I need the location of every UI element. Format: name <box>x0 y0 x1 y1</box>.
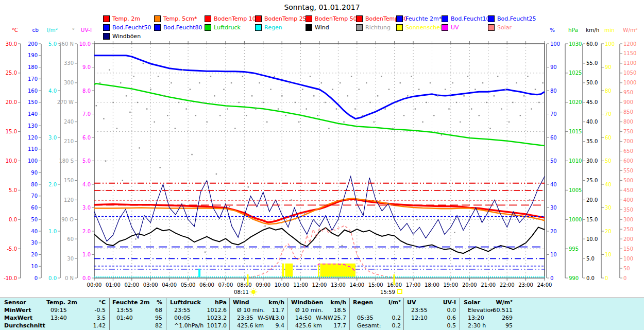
axis-tick-label: 3.0 <box>82 205 91 211</box>
axis-tick-label: 1.0 <box>82 252 91 257</box>
axis-tick-label: 120 <box>64 197 74 203</box>
x-axis-label: 13:00 <box>331 282 346 288</box>
richtung-dot <box>374 121 375 123</box>
table-value-time: 09:15 <box>50 307 67 314</box>
richtung-dot <box>379 193 380 194</box>
series-wind <box>94 227 545 253</box>
axis-tick-label: 50 <box>623 266 630 271</box>
table-group-unit: % <box>157 299 162 306</box>
richtung-dot <box>463 95 464 96</box>
richtung-dot <box>266 121 267 123</box>
table-value-number: 95 <box>155 315 162 321</box>
richtung-dot <box>116 128 117 129</box>
table-value-time: 23:55 <box>174 307 191 314</box>
series-sonnenschein-bar <box>318 264 319 277</box>
axis-tick-label: 210 <box>64 138 74 144</box>
richtung-dot <box>238 102 239 103</box>
table-group-name: Feuchte 2m <box>112 299 149 306</box>
axis-tick-label: 5.0 <box>9 187 17 193</box>
richtung-dot <box>400 82 401 83</box>
axis-tick-label: 8.0 <box>82 88 91 94</box>
richtung-dot <box>369 102 370 103</box>
table-value-time: Ø 10 min. <box>295 307 323 314</box>
table-value-time: Ø 10 min. <box>237 307 265 314</box>
axis-tick-label: 60 <box>67 236 74 242</box>
richtung-dot <box>310 76 311 77</box>
axis-tick-label: 1100 <box>623 60 636 66</box>
richtung-dot <box>122 180 123 181</box>
richtung-dot <box>396 102 397 103</box>
axis-unit-label: °C <box>11 27 18 33</box>
axis-tick-label: 1.0 <box>48 229 57 234</box>
richtung-dot <box>509 121 510 123</box>
richtung-dot <box>298 121 299 123</box>
richtung-dot <box>96 105 97 106</box>
richtung-dot <box>304 213 305 214</box>
richtung-dot <box>109 70 110 71</box>
table-group-unit: km/h <box>330 299 346 306</box>
richtung-dot <box>263 102 264 103</box>
axis-tick-label: 30 <box>31 240 38 246</box>
axis-tick-label: 170 <box>28 76 38 82</box>
axis-tick-label: 0 N <box>65 275 74 281</box>
richtung-dot <box>178 102 179 103</box>
richtung-dot <box>531 108 532 109</box>
table-row-label: MinWert <box>4 307 31 314</box>
axis-tick-label: 360 N <box>58 41 74 47</box>
richtung-dot <box>175 128 176 129</box>
axis-tick-label: 60 <box>550 135 557 141</box>
axis-tick-label: 55.0 <box>586 60 598 66</box>
x-axis-label: 21:00 <box>481 282 496 288</box>
axis-unit-label: % <box>550 27 555 33</box>
richtung-dot <box>520 115 521 116</box>
richtung-dot <box>291 199 292 200</box>
table-value-time: 2:30 h <box>468 322 486 329</box>
axis-tick-label: 9.0 <box>82 64 91 70</box>
richtung-dot <box>332 89 333 90</box>
sunrise-label: 08:11 <box>234 289 249 295</box>
richtung-dot <box>416 219 417 220</box>
richtung-dot <box>251 95 252 96</box>
axis-tick-label: 900 <box>623 99 633 105</box>
richtung-dot <box>454 232 455 233</box>
axis-tick-label: 70 <box>31 193 38 199</box>
axis-tick-label: 5.0 <box>82 158 91 164</box>
x-axis-label: 01:00 <box>106 282 121 288</box>
table-row-label: MaxWert <box>4 315 32 321</box>
table-value-number: 269 <box>502 315 513 321</box>
axis-tick-label: 90 O <box>61 217 74 222</box>
richtung-dot <box>433 115 434 116</box>
axis-tick-label: 330 <box>64 60 74 66</box>
axis-unit-label: l/m² <box>47 27 58 33</box>
axis-tick-label: 1010 <box>569 158 582 164</box>
richtung-dot <box>340 82 341 83</box>
table-value-number: -60.511 <box>491 307 513 314</box>
richtung-dot <box>210 76 211 77</box>
richtung-dot <box>163 95 164 96</box>
axis-tick-label: 45.0 <box>586 99 598 105</box>
axis-tick-label: 20 <box>550 229 557 234</box>
axis-tick-label: 10 <box>605 252 612 257</box>
table-value-time: 14:50 <box>295 315 312 321</box>
richtung-dot <box>146 108 147 109</box>
axis-tick-label: 0 <box>35 275 38 281</box>
axis-tick-label: 1000 <box>569 217 582 222</box>
table-value-number: 9.4 <box>276 322 285 329</box>
table-value-time: 00:05 <box>174 315 191 321</box>
axis-tick-label: 40.0 <box>586 119 598 125</box>
axis-tick-label: 15.0 <box>586 217 598 222</box>
axis-tick-label: 400 <box>623 197 633 203</box>
axis-tick-label: 4.0 <box>48 88 57 94</box>
axis-tick-label: 60 <box>31 205 38 211</box>
table-group-unit: UV-I <box>443 299 456 306</box>
richtung-dot <box>452 82 453 83</box>
axis-tick-label: 90 <box>550 64 557 70</box>
richtung-dot <box>234 128 235 129</box>
richtung-dot <box>139 147 140 148</box>
weather-day-chart: Sonntag, 01.01.2017 Temp. 2mTemp. 5cm*Bo… <box>0 0 644 330</box>
axis-tick-label: 80 <box>550 88 557 94</box>
table-group-unit: W/m² <box>496 299 513 306</box>
sunset-icon <box>398 289 402 293</box>
richtung-dot <box>527 76 528 77</box>
richtung-dot <box>430 82 431 83</box>
